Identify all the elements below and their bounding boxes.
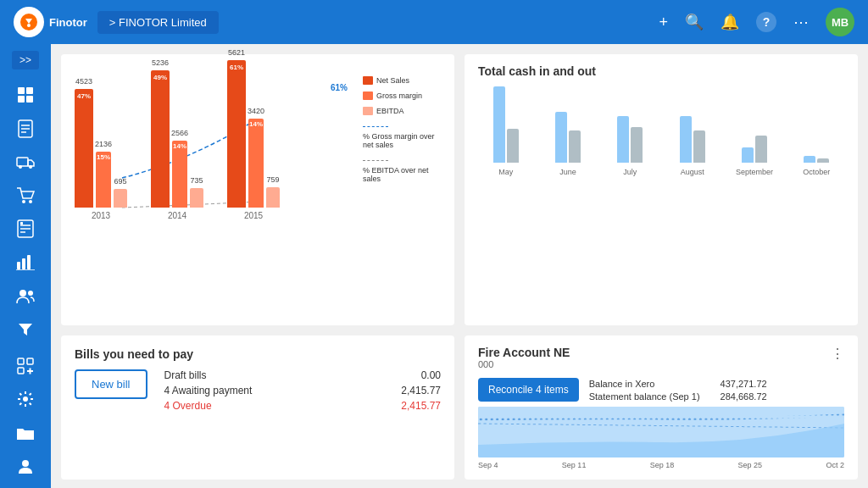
- sidebar-item-users[interactable]: [8, 280, 42, 310]
- cash-chart: May June July: [478, 86, 844, 180]
- legend-net-sales: Net Sales: [363, 76, 441, 85]
- bar-value-2014-gm: 2566: [171, 129, 188, 137]
- bar-pct-2015-ebitda: 14%: [249, 120, 263, 128]
- bills-awaiting-value: 2,415.77: [401, 385, 441, 396]
- sidebar: >>: [0, 44, 51, 488]
- bar-value-2014-net: 5236: [152, 58, 169, 67]
- logo-text: Finotor: [49, 16, 87, 29]
- sidebar-item-folder[interactable]: [8, 418, 42, 447]
- svg-rect-5: [26, 96, 33, 103]
- bills-row-awaiting: 4 Awaiting payment 2,415.77: [164, 385, 441, 396]
- sidebar-item-profile[interactable]: [8, 452, 42, 481]
- avatar[interactable]: MB: [826, 8, 854, 36]
- fire-account-subtitle: 000: [478, 359, 570, 369]
- trend-pct-annotation: 61%: [331, 83, 348, 92]
- cash-bars-july: [617, 116, 643, 163]
- bar-value-2014-ebitda: 735: [190, 176, 203, 185]
- cash-bar-july-in: [617, 116, 629, 163]
- company-button[interactable]: > FINOTOR Limited: [97, 11, 219, 34]
- logo-icon: [14, 7, 44, 37]
- cash-label-august: August: [681, 168, 704, 176]
- sidebar-item-document[interactable]: [8, 114, 42, 143]
- sidebar-item-cart[interactable]: [8, 180, 42, 210]
- bills-overdue-label: 4 Overdue: [164, 400, 212, 412]
- svg-rect-21: [22, 258, 25, 269]
- bar-value-2013-ebitda: 695: [114, 177, 126, 186]
- legend-net-sales-label: Net Sales: [376, 76, 409, 85]
- bar-value-2015-ebitda: 759: [266, 175, 279, 184]
- fire-account-header: Fire Account NE 000 ⋮: [478, 346, 844, 376]
- legend-ebitda-pct-label: % EBITDA over net sales: [363, 166, 441, 183]
- year-label-2014: 2014: [168, 211, 186, 220]
- svg-rect-27: [27, 358, 33, 364]
- fire-account-menu-icon[interactable]: ⋮: [831, 346, 844, 362]
- header: Finotor > FINOTOR Limited + 🔍 🔔 ? ⋯ MB: [0, 0, 868, 44]
- svg-point-11: [19, 165, 22, 169]
- svg-rect-3: [26, 87, 33, 94]
- fire-account-body: Reconcile 4 items Balance in Xero 437,27…: [478, 378, 844, 402]
- search-icon[interactable]: 🔍: [685, 13, 704, 31]
- balance-statement-value: 284,668.72: [721, 391, 767, 402]
- svg-rect-22: [27, 255, 31, 269]
- fire-date-sep25: Sep 25: [738, 461, 763, 469]
- fire-date-labels: Sep 4 Sep 11 Sep 18 Sep 25 Oct 2: [478, 461, 844, 469]
- sidebar-item-grid-add[interactable]: [8, 351, 42, 380]
- new-bill-button[interactable]: New bill: [75, 369, 147, 399]
- cash-bar-sep-out: [755, 136, 767, 163]
- header-icons: + 🔍 🔔 ? ⋯ MB: [659, 8, 854, 36]
- sidebar-toggle[interactable]: >>: [12, 51, 39, 69]
- bar-value-2013-net: 4523: [75, 77, 92, 86]
- add-icon[interactable]: +: [659, 14, 668, 31]
- bell-icon[interactable]: 🔔: [721, 13, 739, 31]
- sidebar-item-chart[interactable]: [8, 247, 42, 277]
- svg-rect-4: [18, 96, 25, 103]
- cash-bar-may-in: [493, 86, 505, 163]
- legend-ebitda-box: [363, 107, 373, 115]
- balance-info: Balance in Xero 437,271.72 Statement bal…: [589, 379, 767, 402]
- svg-point-13: [22, 200, 25, 203]
- svg-point-32: [22, 460, 29, 467]
- bar-value-2015-gm: 3420: [248, 107, 264, 115]
- sales-chart-panel: 4523 47% 2136 15%: [61, 54, 454, 325]
- grid-icon[interactable]: ⋯: [793, 13, 809, 31]
- reconcile-button[interactable]: Reconcile 4 items: [478, 378, 579, 402]
- svg-rect-2: [18, 87, 25, 94]
- legend-gm-pct-label: % Gross margin over net sales: [363, 132, 441, 149]
- cash-bars-may: [493, 86, 519, 163]
- cash-bars-september: [742, 136, 767, 163]
- cash-label-september: September: [736, 168, 773, 176]
- sidebar-item-truck[interactable]: [8, 147, 42, 176]
- legend-ebitda-line: [363, 160, 388, 161]
- cash-bar-june-in: [555, 112, 567, 163]
- year-label-2015: 2015: [244, 211, 263, 220]
- sidebar-item-filter[interactable]: [8, 314, 42, 344]
- fire-account-title-group: Fire Account NE 000: [478, 346, 570, 376]
- svg-rect-10: [17, 158, 28, 166]
- balance-xero-label: Balance in Xero: [589, 379, 655, 389]
- bills-draft-value: 0.00: [421, 369, 441, 381]
- bar-pct-2015-gm: 61%: [230, 64, 243, 71]
- bar-pct-2014-gm: 49%: [153, 74, 167, 81]
- cash-bars-october: [804, 156, 829, 163]
- sidebar-item-settings[interactable]: [8, 385, 42, 414]
- bar-value-2013-gm: 2136: [95, 140, 112, 148]
- sidebar-item-dashboard[interactable]: [8, 80, 42, 109]
- cash-bar-oct-out: [817, 158, 829, 163]
- fire-account-chart: [478, 407, 844, 458]
- cash-bars-august: [680, 116, 705, 163]
- cash-bars-june: [555, 112, 581, 163]
- cash-panel: Total cash in and out May June: [465, 54, 858, 325]
- cash-bar-sep-in: [742, 147, 754, 163]
- svg-point-1: [27, 24, 31, 27]
- svg-rect-28: [18, 368, 24, 374]
- year-label-2013: 2013: [92, 211, 110, 220]
- chart-legend: Net Sales Gross margin EBITDA % Gross ma…: [356, 68, 441, 312]
- legend-net-sales-box: [363, 76, 373, 85]
- main-content: 4523 47% 2136 15%: [51, 44, 868, 488]
- sidebar-item-list[interactable]: [8, 214, 42, 243]
- bar-pct-2013-ebitda: 15%: [97, 153, 110, 161]
- fire-account-title: Fire Account NE: [478, 346, 570, 359]
- help-icon[interactable]: ?: [756, 12, 776, 32]
- legend-ebitda: EBITDA: [363, 107, 441, 115]
- svg-point-14: [29, 200, 32, 203]
